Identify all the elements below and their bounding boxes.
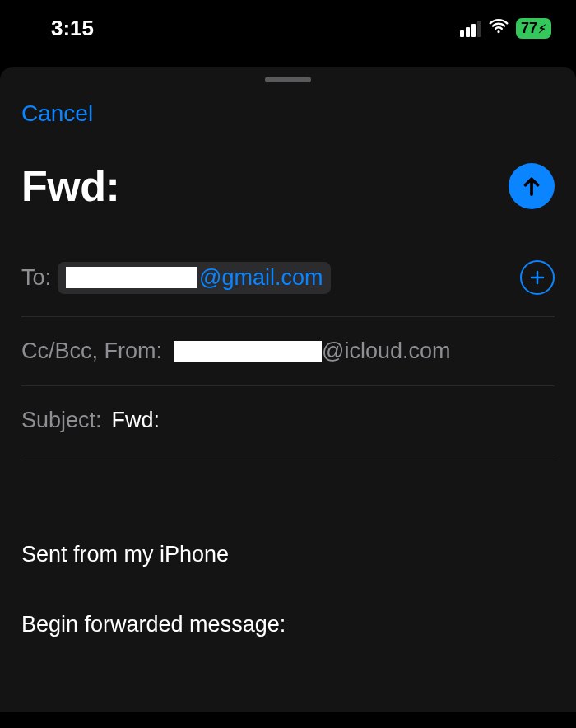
battery-percent: 77 <box>521 20 537 37</box>
battery-icon: 77⚡︎ <box>516 18 551 39</box>
from-domain: @icloud.com <box>322 338 450 364</box>
subject-field[interactable]: Subject: Fwd: <box>21 386 555 455</box>
cellular-icon <box>460 21 481 37</box>
status-time: 3:15 <box>51 16 94 41</box>
plus-icon <box>527 268 547 287</box>
recipient-chip[interactable]: @gmail.com <box>58 262 331 294</box>
cc-bcc-from-field[interactable]: Cc/Bcc, From: @icloud.com <box>21 317 555 386</box>
status-right: 77⚡︎ <box>460 15 551 42</box>
charging-bolt-icon: ⚡︎ <box>538 22 546 35</box>
redacted-recipient <box>66 267 197 288</box>
add-recipient-button[interactable] <box>520 260 555 295</box>
signature-text: Sent from my iPhone <box>21 538 555 572</box>
compose-sheet: Cancel Fwd: To: @gmail.com Cc/Bcc, From: <box>0 67 576 712</box>
status-bar: 3:15 77⚡︎ <box>0 0 576 62</box>
recipient-domain: @gmail.com <box>199 265 323 291</box>
to-field[interactable]: To: @gmail.com <box>21 239 555 317</box>
subject-value: Fwd: <box>112 408 160 433</box>
cc-bcc-from-label: Cc/Bcc, From: <box>21 338 162 364</box>
arrow-up-icon <box>519 174 544 198</box>
compose-body[interactable]: Sent from my iPhone Begin forwarded mess… <box>21 455 555 641</box>
send-button[interactable] <box>509 163 555 209</box>
forward-header-text: Begin forwarded message: <box>21 608 555 642</box>
redacted-from <box>174 341 322 362</box>
cancel-button[interactable]: Cancel <box>21 100 93 127</box>
wifi-icon <box>488 15 509 42</box>
to-label: To: <box>21 265 51 291</box>
compose-title: Fwd: <box>21 161 119 211</box>
subject-label: Subject: <box>21 408 102 433</box>
sheet-grabber[interactable] <box>21 67 555 89</box>
